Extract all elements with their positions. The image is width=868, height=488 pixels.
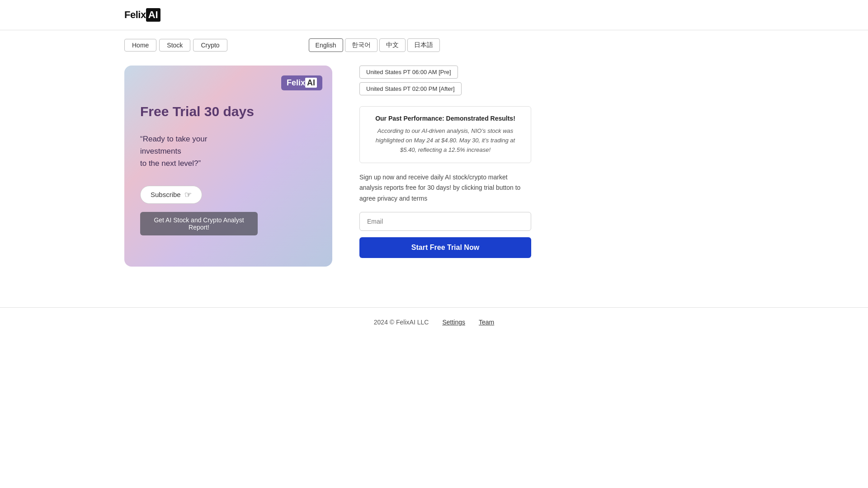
lang-en[interactable]: English: [309, 38, 343, 52]
nav-buttons: Home Stock Crypto: [124, 39, 227, 52]
logo-prefix: Felix: [124, 9, 146, 21]
lang-ko[interactable]: 한국어: [345, 38, 377, 52]
cursor-icon: ☞: [184, 190, 192, 200]
logo-suffix: AI: [146, 8, 160, 22]
footer-settings-link[interactable]: Settings: [442, 319, 465, 326]
nav-home[interactable]: Home: [124, 39, 156, 52]
footer-copyright: 2024 © FelixAI LLC: [374, 319, 429, 326]
subscribe-label: Subscribe: [151, 191, 181, 198]
nav-stock[interactable]: Stock: [159, 39, 190, 52]
footer-team-link[interactable]: Team: [479, 319, 494, 326]
footer: 2024 © FelixAI LLC Settings Team: [0, 307, 868, 337]
right-panel: United States PT 06:00 AM [Pre] United S…: [359, 66, 531, 258]
lang-zh[interactable]: 中文: [379, 38, 406, 52]
hero-card: FelixAI Free Trial 30 days “Ready to tak…: [124, 66, 332, 267]
start-trial-button[interactable]: Start Free Trial Now: [359, 237, 531, 258]
subscribe-button[interactable]: Subscribe ☞: [140, 186, 202, 204]
header: FelixAI: [0, 0, 868, 30]
performance-text: According to our AI-driven analysis, NIO…: [369, 127, 522, 155]
hero-subtitle-line2: investments: [140, 147, 181, 155]
hero-subtitle: “Ready to take your investments to the n…: [140, 133, 316, 170]
main-content: FelixAI Free Trial 30 days “Ready to tak…: [0, 52, 868, 280]
performance-box: Our Past Performance: Demonstrated Resul…: [359, 106, 531, 163]
hero-subtitle-line1: “Ready to take your: [140, 135, 207, 143]
hero-logo: FelixAI: [281, 75, 322, 90]
logo: FelixAI: [124, 8, 160, 22]
hero-title: Free Trial 30 days: [140, 104, 316, 119]
email-input[interactable]: [359, 212, 531, 231]
hero-logo-prefix: Felix: [287, 78, 305, 87]
time-badge-after: United States PT 02:00 PM [After]: [359, 82, 462, 95]
hero-subtitle-line3: to the next level?”: [140, 159, 201, 168]
nav-crypto[interactable]: Crypto: [193, 39, 227, 52]
nav-bar: Home Stock Crypto English 한국어 中文 日本語: [0, 30, 868, 52]
get-report-button[interactable]: Get AI Stock and Crypto Analyst Report!: [140, 212, 258, 235]
lang-buttons: English 한국어 中文 日本語: [309, 38, 440, 52]
lang-ja[interactable]: 日本語: [407, 38, 440, 52]
signup-description: Sign up now and receive daily AI stock/c…: [359, 172, 531, 203]
performance-title: Our Past Performance: Demonstrated Resul…: [369, 115, 522, 122]
time-badge-pre: United States PT 06:00 AM [Pre]: [359, 66, 458, 79]
hero-logo-suffix: AI: [305, 78, 317, 88]
